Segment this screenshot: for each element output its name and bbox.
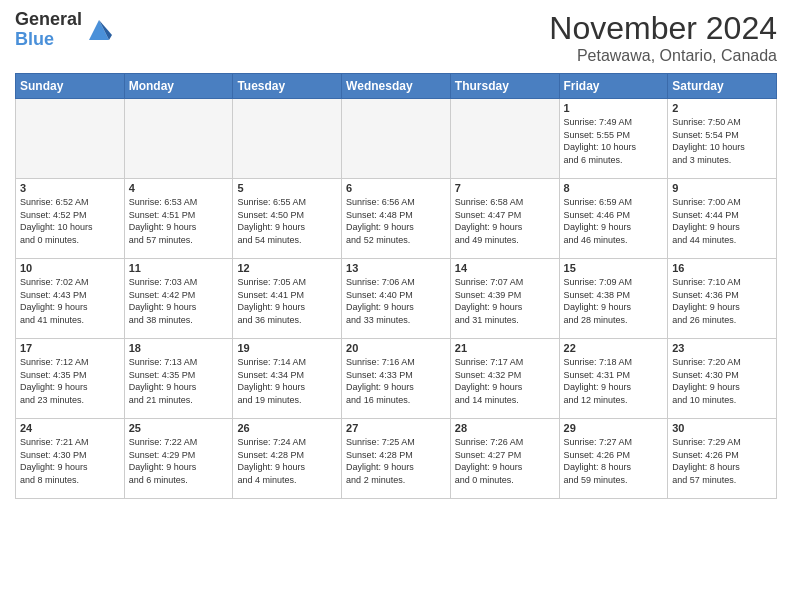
day-cell[interactable]: 6Sunrise: 6:56 AMSunset: 4:48 PMDaylight…: [342, 179, 451, 259]
day-cell[interactable]: 24Sunrise: 7:21 AMSunset: 4:30 PMDayligh…: [16, 419, 125, 499]
day-cell[interactable]: 2Sunrise: 7:50 AMSunset: 5:54 PMDaylight…: [668, 99, 777, 179]
day-cell[interactable]: 15Sunrise: 7:09 AMSunset: 4:38 PMDayligh…: [559, 259, 668, 339]
day-number: 20: [346, 342, 446, 354]
day-number: 30: [672, 422, 772, 434]
day-number: 25: [129, 422, 229, 434]
day-cell[interactable]: 10Sunrise: 7:02 AMSunset: 4:43 PMDayligh…: [16, 259, 125, 339]
day-info: Sunrise: 7:13 AMSunset: 4:35 PMDaylight:…: [129, 356, 229, 406]
day-number: 16: [672, 262, 772, 274]
day-cell[interactable]: 23Sunrise: 7:20 AMSunset: 4:30 PMDayligh…: [668, 339, 777, 419]
week-row-4: 24Sunrise: 7:21 AMSunset: 4:30 PMDayligh…: [16, 419, 777, 499]
day-info: Sunrise: 7:18 AMSunset: 4:31 PMDaylight:…: [564, 356, 664, 406]
day-number: 13: [346, 262, 446, 274]
day-info: Sunrise: 7:12 AMSunset: 4:35 PMDaylight:…: [20, 356, 120, 406]
day-info: Sunrise: 7:02 AMSunset: 4:43 PMDaylight:…: [20, 276, 120, 326]
day-number: 4: [129, 182, 229, 194]
day-cell[interactable]: [342, 99, 451, 179]
day-info: Sunrise: 7:05 AMSunset: 4:41 PMDaylight:…: [237, 276, 337, 326]
month-title: November 2024: [549, 10, 777, 47]
day-cell[interactable]: 14Sunrise: 7:07 AMSunset: 4:39 PMDayligh…: [450, 259, 559, 339]
week-row-3: 17Sunrise: 7:12 AMSunset: 4:35 PMDayligh…: [16, 339, 777, 419]
calendar-table: Sunday Monday Tuesday Wednesday Thursday…: [15, 73, 777, 499]
day-cell[interactable]: 21Sunrise: 7:17 AMSunset: 4:32 PMDayligh…: [450, 339, 559, 419]
day-info: Sunrise: 6:59 AMSunset: 4:46 PMDaylight:…: [564, 196, 664, 246]
day-info: Sunrise: 7:20 AMSunset: 4:30 PMDaylight:…: [672, 356, 772, 406]
day-number: 1: [564, 102, 664, 114]
day-number: 28: [455, 422, 555, 434]
day-cell[interactable]: 26Sunrise: 7:24 AMSunset: 4:28 PMDayligh…: [233, 419, 342, 499]
day-cell[interactable]: 9Sunrise: 7:00 AMSunset: 4:44 PMDaylight…: [668, 179, 777, 259]
day-cell[interactable]: [450, 99, 559, 179]
header: General Blue November 2024 Petawawa, Ont…: [15, 10, 777, 65]
day-cell[interactable]: 28Sunrise: 7:26 AMSunset: 4:27 PMDayligh…: [450, 419, 559, 499]
day-info: Sunrise: 7:14 AMSunset: 4:34 PMDaylight:…: [237, 356, 337, 406]
day-info: Sunrise: 7:49 AMSunset: 5:55 PMDaylight:…: [564, 116, 664, 166]
day-number: 8: [564, 182, 664, 194]
day-number: 7: [455, 182, 555, 194]
logo-icon: [84, 15, 114, 45]
day-info: Sunrise: 7:21 AMSunset: 4:30 PMDaylight:…: [20, 436, 120, 486]
calendar-container: General Blue November 2024 Petawawa, Ont…: [0, 0, 792, 612]
logo-general: General: [15, 10, 82, 30]
day-cell[interactable]: 29Sunrise: 7:27 AMSunset: 4:26 PMDayligh…: [559, 419, 668, 499]
day-number: 2: [672, 102, 772, 114]
day-info: Sunrise: 7:07 AMSunset: 4:39 PMDaylight:…: [455, 276, 555, 326]
day-cell[interactable]: 8Sunrise: 6:59 AMSunset: 4:46 PMDaylight…: [559, 179, 668, 259]
logo: General Blue: [15, 10, 114, 50]
day-cell[interactable]: [233, 99, 342, 179]
day-info: Sunrise: 6:58 AMSunset: 4:47 PMDaylight:…: [455, 196, 555, 246]
day-info: Sunrise: 7:00 AMSunset: 4:44 PMDaylight:…: [672, 196, 772, 246]
day-cell[interactable]: 12Sunrise: 7:05 AMSunset: 4:41 PMDayligh…: [233, 259, 342, 339]
header-row: Sunday Monday Tuesday Wednesday Thursday…: [16, 74, 777, 99]
day-number: 15: [564, 262, 664, 274]
day-number: 3: [20, 182, 120, 194]
day-cell[interactable]: 3Sunrise: 6:52 AMSunset: 4:52 PMDaylight…: [16, 179, 125, 259]
day-number: 17: [20, 342, 120, 354]
logo-text: General Blue: [15, 10, 82, 50]
day-info: Sunrise: 6:52 AMSunset: 4:52 PMDaylight:…: [20, 196, 120, 246]
day-number: 12: [237, 262, 337, 274]
day-cell[interactable]: 20Sunrise: 7:16 AMSunset: 4:33 PMDayligh…: [342, 339, 451, 419]
day-info: Sunrise: 7:22 AMSunset: 4:29 PMDaylight:…: [129, 436, 229, 486]
day-number: 5: [237, 182, 337, 194]
week-row-1: 3Sunrise: 6:52 AMSunset: 4:52 PMDaylight…: [16, 179, 777, 259]
day-cell[interactable]: 19Sunrise: 7:14 AMSunset: 4:34 PMDayligh…: [233, 339, 342, 419]
day-number: 24: [20, 422, 120, 434]
day-cell[interactable]: [16, 99, 125, 179]
day-cell[interactable]: 25Sunrise: 7:22 AMSunset: 4:29 PMDayligh…: [124, 419, 233, 499]
title-block: November 2024 Petawawa, Ontario, Canada: [549, 10, 777, 65]
day-info: Sunrise: 7:25 AMSunset: 4:28 PMDaylight:…: [346, 436, 446, 486]
day-cell[interactable]: 17Sunrise: 7:12 AMSunset: 4:35 PMDayligh…: [16, 339, 125, 419]
day-number: 22: [564, 342, 664, 354]
day-cell[interactable]: 13Sunrise: 7:06 AMSunset: 4:40 PMDayligh…: [342, 259, 451, 339]
day-info: Sunrise: 7:24 AMSunset: 4:28 PMDaylight:…: [237, 436, 337, 486]
day-info: Sunrise: 7:03 AMSunset: 4:42 PMDaylight:…: [129, 276, 229, 326]
col-thursday: Thursday: [450, 74, 559, 99]
day-info: Sunrise: 6:55 AMSunset: 4:50 PMDaylight:…: [237, 196, 337, 246]
day-cell[interactable]: 5Sunrise: 6:55 AMSunset: 4:50 PMDaylight…: [233, 179, 342, 259]
day-cell[interactable]: 11Sunrise: 7:03 AMSunset: 4:42 PMDayligh…: [124, 259, 233, 339]
day-cell[interactable]: 7Sunrise: 6:58 AMSunset: 4:47 PMDaylight…: [450, 179, 559, 259]
day-info: Sunrise: 7:10 AMSunset: 4:36 PMDaylight:…: [672, 276, 772, 326]
day-number: 29: [564, 422, 664, 434]
day-number: 27: [346, 422, 446, 434]
col-friday: Friday: [559, 74, 668, 99]
day-number: 10: [20, 262, 120, 274]
col-monday: Monday: [124, 74, 233, 99]
day-info: Sunrise: 7:09 AMSunset: 4:38 PMDaylight:…: [564, 276, 664, 326]
day-cell[interactable]: [124, 99, 233, 179]
calendar-body: 1Sunrise: 7:49 AMSunset: 5:55 PMDaylight…: [16, 99, 777, 499]
day-info: Sunrise: 7:27 AMSunset: 4:26 PMDaylight:…: [564, 436, 664, 486]
day-cell[interactable]: 18Sunrise: 7:13 AMSunset: 4:35 PMDayligh…: [124, 339, 233, 419]
day-cell[interactable]: 27Sunrise: 7:25 AMSunset: 4:28 PMDayligh…: [342, 419, 451, 499]
day-cell[interactable]: 30Sunrise: 7:29 AMSunset: 4:26 PMDayligh…: [668, 419, 777, 499]
logo-blue: Blue: [15, 30, 82, 50]
day-number: 26: [237, 422, 337, 434]
day-number: 14: [455, 262, 555, 274]
day-cell[interactable]: 1Sunrise: 7:49 AMSunset: 5:55 PMDaylight…: [559, 99, 668, 179]
day-cell[interactable]: 22Sunrise: 7:18 AMSunset: 4:31 PMDayligh…: [559, 339, 668, 419]
day-number: 19: [237, 342, 337, 354]
day-cell[interactable]: 16Sunrise: 7:10 AMSunset: 4:36 PMDayligh…: [668, 259, 777, 339]
day-info: Sunrise: 7:17 AMSunset: 4:32 PMDaylight:…: [455, 356, 555, 406]
day-cell[interactable]: 4Sunrise: 6:53 AMSunset: 4:51 PMDaylight…: [124, 179, 233, 259]
